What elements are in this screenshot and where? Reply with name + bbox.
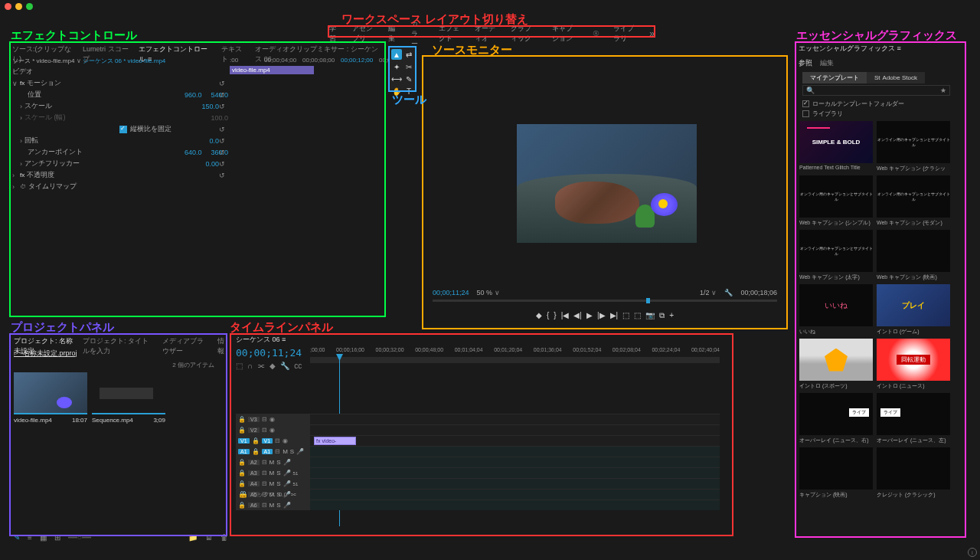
list-view-icon[interactable]: ≡: [28, 533, 32, 542]
close-icon[interactable]: [5, 3, 11, 10]
monitor-timecode[interactable]: 00;00;11;24: [433, 289, 469, 296]
template-item[interactable]: オンライン用のキャプションとサブタイトルWeb キャプション (クラシック): [877, 121, 950, 172]
template-thumb[interactable]: オンライン用のキャプションとサブタイトル: [877, 175, 950, 218]
project-item[interactable]: video-file.mp418:07: [14, 372, 87, 424]
timeline-clip[interactable]: fx video-file.mp4: [314, 437, 356, 445]
track-label[interactable]: V1: [262, 438, 273, 444]
mic-icon[interactable]: 🎤: [296, 448, 304, 455]
add-marker-icon[interactable]: ◆: [536, 311, 542, 320]
track-label[interactable]: A2: [248, 460, 260, 465]
template-thumb[interactable]: [799, 447, 873, 490]
lock-icon[interactable]: 🔒: [238, 416, 246, 423]
lock-icon[interactable]: 🔒: [238, 480, 246, 487]
workspace-tab[interactable]: アセンブリ: [352, 24, 374, 44]
template-item[interactable]: プレイイントロ (ゲーム): [877, 284, 950, 336]
track-label[interactable]: A1: [262, 449, 273, 454]
link-icon[interactable]: ⫘: [257, 362, 265, 370]
mix-label[interactable]: ミックス: [251, 490, 276, 499]
aspect-lock-checkbox[interactable]: [119, 126, 127, 133]
compare-icon[interactable]: ⧉: [659, 311, 665, 320]
lock-icon[interactable]: 🔒: [238, 427, 246, 434]
template-item[interactable]: Web キャプション (映画): [877, 230, 950, 281]
step-back-icon[interactable]: ◀|: [573, 311, 582, 320]
go-to-out-icon[interactable]: ▶|: [610, 311, 619, 320]
reset-icon[interactable]: ↺: [219, 160, 225, 168]
timeline-ruler-bar[interactable]: [310, 357, 720, 363]
template-thumb[interactable]: プレイ: [877, 284, 950, 326]
source-track[interactable]: V1: [238, 438, 250, 444]
workspace-tab[interactable]: エフェクト: [439, 24, 461, 44]
play-icon[interactable]: ▶: [586, 311, 593, 320]
selection-tool-icon[interactable]: ▲: [391, 49, 402, 60]
antiflicker-value[interactable]: 0.00: [205, 160, 219, 168]
hand-tool-icon[interactable]: ✋: [391, 86, 402, 97]
reset-icon[interactable]: ↺: [219, 80, 225, 87]
maximize-icon[interactable]: [26, 3, 33, 10]
toggle-icon[interactable]: ⊟: [262, 427, 267, 434]
workspace-tab[interactable]: カラー: [411, 19, 425, 49]
eg-browse-tab[interactable]: 参照: [799, 58, 812, 68]
effect-timeremap[interactable]: タイムリマップ: [28, 182, 228, 192]
reset-icon[interactable]: ↺: [219, 137, 225, 145]
monitor-resolution[interactable]: 1/2: [700, 289, 710, 296]
reset-icon[interactable]: ↺: [219, 126, 225, 133]
lock-icon[interactable]: 🔒: [238, 459, 246, 466]
marker-icon[interactable]: ◆: [270, 362, 276, 370]
lift-icon[interactable]: ⬚: [622, 311, 629, 320]
template-thumb[interactable]: SIMPLE & BOLD: [799, 121, 873, 163]
icon-view-icon[interactable]: ▦: [40, 533, 47, 542]
workspace-tab[interactable]: グラフィック: [511, 24, 537, 44]
eye-icon[interactable]: ◉: [283, 437, 288, 444]
eg-edit-tab[interactable]: 編集: [820, 58, 834, 68]
effect-motion[interactable]: モーション: [27, 78, 228, 88]
reset-icon[interactable]: ↺: [219, 172, 225, 179]
new-bin-icon[interactable]: 📁: [188, 533, 198, 542]
template-item[interactable]: いいねいいね: [799, 284, 873, 336]
workspace-tab[interactable]: 学習: [329, 24, 338, 44]
lock-icon[interactable]: 🔒: [252, 448, 260, 455]
timeline-timecode[interactable]: 00;00;11;24: [236, 347, 302, 359]
scale-value[interactable]: 150.0: [201, 103, 219, 110]
template-item[interactable]: オンライン用のキャプションとサブタイトルWeb キャプション (太字): [799, 230, 873, 281]
template-thumb[interactable]: [799, 339, 873, 381]
trash-icon[interactable]: 🗑: [220, 533, 228, 542]
adobe-stock-tab[interactable]: StAdobe Stock: [867, 72, 925, 84]
library-checkbox[interactable]: [802, 110, 809, 117]
project-item[interactable]: Sequence.mp43;09: [92, 372, 165, 424]
mic-icon[interactable]: 🎤: [283, 480, 291, 487]
info-icon[interactable]: i: [968, 548, 977, 557]
template-thumb[interactable]: オンライン用のキャプションとサブタイトル: [799, 230, 873, 272]
reset-icon[interactable]: ↺: [219, 91, 225, 99]
track-select-tool-icon[interactable]: ⇄: [403, 49, 414, 60]
workspace-more-icon[interactable]: »: [649, 28, 655, 39]
step-forward-icon[interactable]: |▶: [597, 311, 606, 320]
track-label[interactable]: A3: [248, 470, 260, 476]
template-item[interactable]: SIMPLE & BOLDPatterned Text Glitch Title: [799, 121, 873, 172]
track-label[interactable]: A4: [248, 481, 260, 486]
reset-icon[interactable]: ↺: [219, 103, 225, 110]
template-item[interactable]: クレジット (クラシック): [877, 447, 950, 499]
monitor-preview[interactable]: [517, 124, 697, 243]
toggle-icon[interactable]: ⊟: [262, 416, 267, 423]
extract-icon[interactable]: ⬚: [634, 311, 641, 320]
mark-out-icon[interactable]: }: [554, 311, 556, 320]
track-label[interactable]: V2: [248, 427, 260, 433]
template-item[interactable]: オンライン用のキャプションとサブタイトルWeb キャプション (モダン): [877, 175, 950, 227]
template-thumb[interactable]: [877, 230, 950, 272]
monitor-zoom[interactable]: 50 %: [477, 289, 493, 296]
lock-icon[interactable]: 🔒: [238, 470, 246, 476]
rotation-value[interactable]: 0.0: [209, 137, 219, 145]
window-controls[interactable]: [5, 3, 33, 10]
export-frame-icon[interactable]: 📷: [645, 311, 655, 320]
track-label[interactable]: V3: [248, 417, 260, 422]
mic-icon[interactable]: 🎤: [283, 459, 291, 466]
toggle-icon[interactable]: ⊟: [275, 448, 280, 455]
position-x[interactable]: 960.0: [185, 91, 202, 99]
monitor-scrubber[interactable]: [433, 300, 777, 302]
template-thumb[interactable]: オンライン用のキャプションとサブタイトル: [799, 175, 873, 218]
template-thumb[interactable]: オンライン用のキャプションとサブタイトル: [877, 121, 950, 163]
favorite-filter-icon[interactable]: ★: [940, 87, 946, 94]
template-thumb[interactable]: ライブ: [877, 393, 950, 435]
nest-icon[interactable]: ⬚: [236, 362, 243, 370]
lock-icon[interactable]: 🔒: [252, 437, 260, 444]
